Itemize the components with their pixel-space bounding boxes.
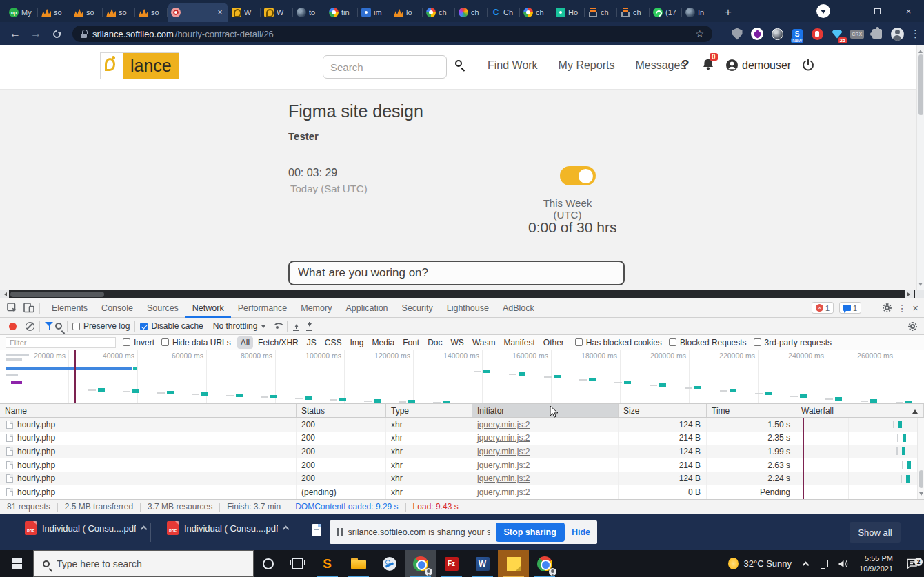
taskbar-app[interactable] xyxy=(529,550,560,577)
scroll-up-icon[interactable] xyxy=(918,48,923,53)
request-type-filter[interactable]: Media xyxy=(368,336,398,349)
media-controls-button[interactable] xyxy=(816,4,830,18)
browser-menu-button[interactable]: ⋮ xyxy=(910,28,920,40)
throttling-select[interactable]: No throttling xyxy=(213,321,258,331)
back-button[interactable]: ← xyxy=(6,22,25,45)
taskbar-app[interactable] xyxy=(467,550,498,577)
network-overview-timeline[interactable]: 20000 ms40000 ms60000 ms80000 ms100000 m… xyxy=(0,350,924,404)
hscrollbar-thumb[interactable] xyxy=(10,292,104,297)
request-type-filter[interactable]: Manifest xyxy=(500,336,538,349)
help-button[interactable]: ? xyxy=(681,57,690,72)
table-scrollbar[interactable] xyxy=(917,418,924,499)
extension-button[interactable]: New xyxy=(790,27,804,41)
reload-button[interactable] xyxy=(47,22,66,45)
devtools-tab[interactable]: Lighthouse xyxy=(440,298,496,318)
extension-button[interactable] xyxy=(750,27,764,41)
throttling-dropdown-icon[interactable] xyxy=(261,325,265,330)
network-conditions-icon[interactable] xyxy=(272,323,282,330)
notifications-button[interactable]: 0 xyxy=(702,58,714,74)
search-requests-icon[interactable] xyxy=(55,323,62,330)
browser-tab[interactable]: ch × xyxy=(617,3,650,22)
taskbar-app[interactable] xyxy=(436,550,467,577)
devtools-tab[interactable]: Console xyxy=(94,298,140,318)
inspect-element-button[interactable] xyxy=(7,303,18,314)
taskbar-app[interactable] xyxy=(498,550,529,577)
record-button[interactable] xyxy=(9,323,17,330)
filter-check[interactable]: Blocked Requests xyxy=(669,338,747,347)
devtools-tab[interactable]: Sources xyxy=(140,298,185,318)
devtools-tab[interactable]: Memory xyxy=(294,298,339,318)
timer-toggle[interactable] xyxy=(560,166,596,185)
site-nav-link[interactable]: Messages xyxy=(635,59,685,72)
column-header-waterfall[interactable]: Waterfall xyxy=(796,404,924,417)
console-messages-badge[interactable]: 1 xyxy=(839,302,861,314)
download-menu-chevron-icon[interactable] xyxy=(283,526,290,533)
request-initiator-link[interactable]: jquery.min.js:2 xyxy=(472,485,619,499)
browser-tab[interactable]: ch × xyxy=(520,3,552,22)
request-type-filter[interactable]: JS xyxy=(303,336,320,349)
table-scroll-down-icon[interactable] xyxy=(919,492,923,498)
browser-tab[interactable]: (17 × xyxy=(650,3,682,22)
browser-tab[interactable]: ch × xyxy=(585,3,617,22)
scrollbar-thumb[interactable] xyxy=(918,54,923,115)
user-menu[interactable]: demouser xyxy=(725,59,791,72)
extension-button[interactable] xyxy=(810,27,824,41)
clear-button[interactable] xyxy=(26,322,34,331)
browser-tab[interactable]: so × xyxy=(38,3,70,22)
network-request-row[interactable]: hourly.php 200 xhr jquery.min.js:2 124 B… xyxy=(0,418,924,432)
browser-tab[interactable]: tin × xyxy=(325,3,358,22)
browser-tab[interactable]: In × xyxy=(682,3,714,22)
taskbar-app[interactable] xyxy=(405,550,436,577)
start-button[interactable] xyxy=(0,550,33,577)
network-display-button[interactable] xyxy=(813,560,833,567)
invert-checkbox[interactable] xyxy=(123,338,130,346)
network-request-row[interactable]: hourly.php 200 xhr jquery.min.js:2 124 B… xyxy=(0,472,924,486)
action-center-button[interactable]: 2 xyxy=(899,558,924,569)
column-header-size[interactable]: Size xyxy=(619,404,707,417)
browser-tab[interactable]: so × xyxy=(70,3,103,22)
console-errors-badge[interactable]: ×1 xyxy=(812,302,834,314)
request-type-filter[interactable]: Wasm xyxy=(469,336,499,349)
bookmark-star-icon[interactable]: ☆ xyxy=(695,28,704,39)
request-initiator-link[interactable]: jquery.min.js:2 xyxy=(472,418,619,432)
site-search-input[interactable] xyxy=(323,55,447,79)
devtools-tab[interactable]: Application xyxy=(339,298,394,318)
request-type-filter[interactable]: Other xyxy=(540,336,568,349)
tray-expand-button[interactable] xyxy=(799,560,813,567)
scroll-down-icon[interactable] xyxy=(918,283,923,288)
browser-tab[interactable]: Ch × xyxy=(488,3,520,22)
browser-tab[interactable]: to × xyxy=(293,3,325,22)
logout-button[interactable] xyxy=(802,59,814,74)
request-type-filter[interactable]: Font xyxy=(399,336,423,349)
browser-tab[interactable]: ch × xyxy=(455,3,488,22)
taskbar-search[interactable] xyxy=(33,550,254,577)
show-all-downloads-button[interactable]: Show all xyxy=(850,522,901,543)
request-type-filter[interactable]: Fetch/XHR xyxy=(254,336,302,349)
network-request-row[interactable]: hourly.php 200 xhr jquery.min.js:2 214 B… xyxy=(0,432,924,445)
network-request-row[interactable]: hourly.php 200 xhr jquery.min.js:2 214 B… xyxy=(0,458,924,472)
devtools-menu-icon[interactable]: ⋮ xyxy=(897,303,907,314)
devtools-tab[interactable]: Elements xyxy=(45,298,94,318)
browser-tab[interactable]: Ho × xyxy=(552,3,585,22)
window-close-button[interactable]: × xyxy=(893,0,924,22)
browser-tab[interactable]: W × xyxy=(228,3,261,22)
page-scrollbar[interactable] xyxy=(916,45,924,290)
filter-toggle-icon[interactable] xyxy=(45,322,54,330)
extension-button[interactable]: CRX xyxy=(850,27,864,41)
request-type-filter[interactable]: All xyxy=(237,336,253,349)
stop-sharing-button[interactable]: Stop sharing xyxy=(496,523,565,542)
devtools-settings-icon[interactable] xyxy=(883,303,892,312)
column-header-name[interactable]: Name xyxy=(0,404,297,417)
preserve-log-checkbox[interactable] xyxy=(72,323,80,330)
browser-tab[interactable]: so × xyxy=(103,3,135,22)
tab-close-icon[interactable]: × xyxy=(215,8,225,17)
taskbar-app[interactable] xyxy=(343,550,374,577)
download-item[interactable]: Individual ( Consu....pdf xyxy=(25,521,146,535)
devtools-tab[interactable]: Network xyxy=(185,298,231,318)
network-request-row[interactable]: hourly.php 200 xhr jquery.min.js:2 124 B… xyxy=(0,445,924,458)
weather-widget[interactable]: 32°C Sunny xyxy=(721,558,799,569)
address-bar[interactable]: srilance.softileo.com /hourly-contract-d… xyxy=(72,26,712,42)
taskbar-clock[interactable]: 5:55 PM 10/9/2021 xyxy=(853,554,899,574)
request-type-filter[interactable]: WS xyxy=(448,336,468,349)
browser-tab[interactable]: lo × xyxy=(390,3,423,22)
